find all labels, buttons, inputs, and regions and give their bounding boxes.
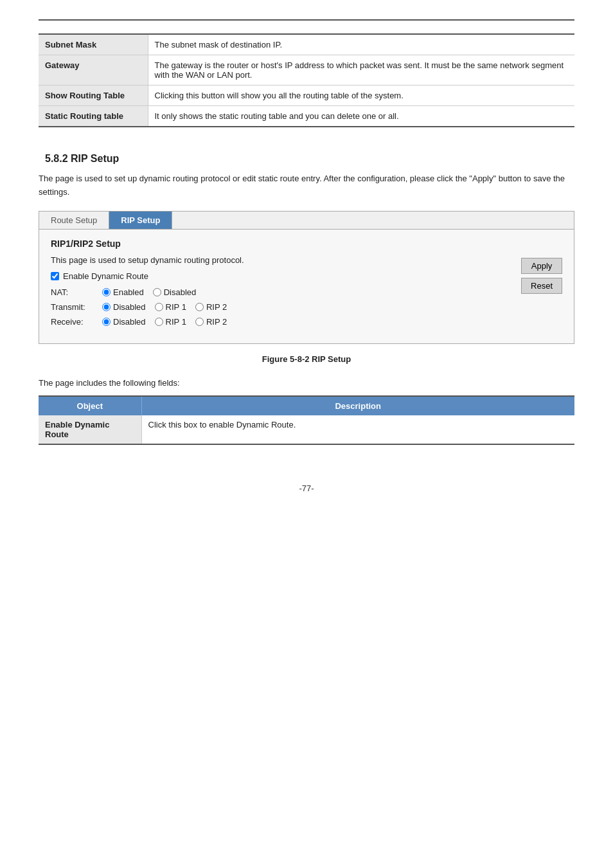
panel-layout: This page is used to setup dynamic routi… xyxy=(51,255,562,332)
apply-button[interactable]: Apply xyxy=(521,258,562,274)
panel-title: RIP1/RIP2 Setup xyxy=(51,239,562,249)
section-heading: 5.8.2 RIP Setup xyxy=(39,153,574,165)
panel-body: RIP1/RIP2 Setup This page is used to set… xyxy=(39,230,574,343)
nat-enabled-radio[interactable] xyxy=(102,288,111,296)
transmit-rip1-label: RIP 1 xyxy=(166,302,186,312)
page-number: -77- xyxy=(39,484,574,493)
nat-disabled-item: Disabled xyxy=(153,287,197,297)
info-description: The gateway is the router or host's IP a… xyxy=(148,55,574,86)
top-rule xyxy=(39,19,574,21)
receive-label: Receive: xyxy=(51,317,96,327)
info-table: Subnet Mask The subnet mask of destinati… xyxy=(39,33,574,127)
receive-disabled-radio[interactable] xyxy=(102,318,111,326)
panel-description: This page is used to setup dynamic routi… xyxy=(51,255,508,265)
info-label: Gateway xyxy=(39,55,148,86)
info-description: Clicking this button will show you all t… xyxy=(148,86,574,106)
transmit-disabled-label: Disabled xyxy=(113,302,146,312)
enable-dynamic-route-label: Enable Dynamic Route xyxy=(63,271,148,281)
panel-left: This page is used to setup dynamic routi… xyxy=(51,255,508,332)
transmit-rip1-radio[interactable] xyxy=(155,303,163,311)
desc-description-cell: Click this box to enable Dynamic Route. xyxy=(141,415,574,444)
tab-container: Route Setup RIP Setup RIP1/RIP2 Setup Th… xyxy=(39,211,574,344)
tab-route-setup[interactable]: Route Setup xyxy=(39,212,109,229)
nat-enabled-label: Enabled xyxy=(113,287,144,297)
transmit-rip2-label: RIP 2 xyxy=(206,302,227,312)
transmit-row: Transmit: Disabled RIP 1 RIP 2 xyxy=(51,302,508,312)
reset-button[interactable]: Reset xyxy=(521,278,562,294)
transmit-disabled-item: Disabled xyxy=(102,302,146,312)
receive-rip2-radio[interactable] xyxy=(195,318,204,326)
receive-rip2-item: RIP 2 xyxy=(195,317,227,327)
nat-disabled-radio[interactable] xyxy=(153,288,161,296)
receive-rip1-label: RIP 1 xyxy=(166,317,186,327)
section-description: The page is used to set up dynamic routi… xyxy=(39,172,574,199)
nat-row: NAT: Enabled Disabled xyxy=(51,287,508,297)
transmit-rip1-item: RIP 1 xyxy=(155,302,186,312)
enable-dynamic-route-checkbox[interactable] xyxy=(51,272,59,280)
receive-disabled-label: Disabled xyxy=(113,317,146,327)
tab-rip-setup[interactable]: RIP Setup xyxy=(109,212,172,229)
nat-label: NAT: xyxy=(51,287,96,297)
receive-rip1-item: RIP 1 xyxy=(155,317,186,327)
transmit-disabled-radio[interactable] xyxy=(102,303,111,311)
receive-disabled-item: Disabled xyxy=(102,317,146,327)
figure-caption: Figure 5-8-2 RIP Setup xyxy=(39,354,574,364)
info-label: Subnet Mask xyxy=(39,34,148,55)
info-label: Static Routing table xyxy=(39,106,148,127)
desc-table: Object Description Enable DynamicRoute C… xyxy=(39,395,574,445)
transmit-rip2-item: RIP 2 xyxy=(195,302,227,312)
receive-rip1-radio[interactable] xyxy=(155,318,163,326)
fields-description: The page includes the following fields: xyxy=(39,378,574,388)
info-table-row: Subnet Mask The subnet mask of destinati… xyxy=(39,34,574,55)
desc-table-description-header: Description xyxy=(141,396,574,415)
transmit-rip2-radio[interactable] xyxy=(195,303,204,311)
info-table-row: Static Routing table It only shows the s… xyxy=(39,106,574,127)
transmit-radio-group: Disabled RIP 1 RIP 2 xyxy=(102,302,227,312)
info-table-row: Gateway The gateway is the router or hos… xyxy=(39,55,574,86)
nat-radio-group: Enabled Disabled xyxy=(102,287,196,297)
info-label: Show Routing Table xyxy=(39,86,148,106)
nat-disabled-label: Disabled xyxy=(164,287,197,297)
desc-table-object-header: Object xyxy=(39,396,141,415)
receive-row: Receive: Disabled RIP 1 RIP 2 xyxy=(51,317,508,327)
transmit-label: Transmit: xyxy=(51,302,96,312)
enable-dynamic-route-row: Enable Dynamic Route xyxy=(51,271,508,281)
tab-bar: Route Setup RIP Setup xyxy=(39,212,574,230)
info-description: The subnet mask of destination IP. xyxy=(148,34,574,55)
info-table-row: Show Routing Table Clicking this button … xyxy=(39,86,574,106)
desc-table-row: Enable DynamicRoute Click this box to en… xyxy=(39,415,574,444)
info-description: It only shows the static routing table a… xyxy=(148,106,574,127)
receive-rip2-label: RIP 2 xyxy=(206,317,227,327)
receive-radio-group: Disabled RIP 1 RIP 2 xyxy=(102,317,227,327)
desc-object-cell: Enable DynamicRoute xyxy=(39,415,141,444)
nat-enabled-item: Enabled xyxy=(102,287,144,297)
panel-right: Apply Reset xyxy=(521,255,562,332)
